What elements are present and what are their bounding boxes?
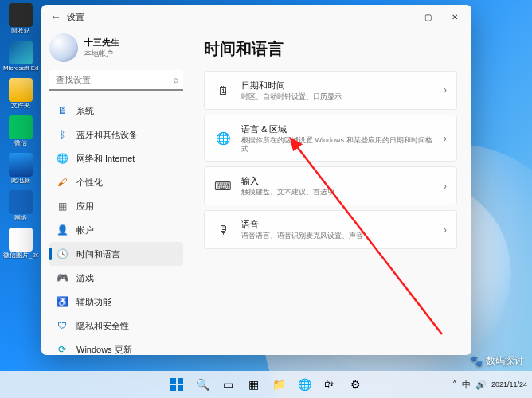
- chevron-right-icon: ›: [444, 133, 447, 144]
- watermark: 🐾数码探讨: [470, 354, 524, 368]
- card-icon: 🌐: [214, 130, 232, 147]
- svg-rect-2: [178, 378, 183, 384]
- card-subtitle: 时区、自动时钟设置、日历显示: [241, 92, 434, 101]
- nav-icon: 🖌: [56, 176, 68, 189]
- chevron-right-icon: ›: [444, 224, 447, 236]
- nav-icon: 🛡: [56, 319, 68, 332]
- nav-label: Windows 更新: [76, 344, 132, 356]
- nav-icon: 🖥: [56, 104, 68, 117]
- start-button[interactable]: [166, 373, 188, 396]
- sidebar: 十三先生 本地帐户 ⌕ 🖥系统ᛒ蓝牙和其他设备🌐网络和 Internet🖌个性化…: [41, 29, 191, 355]
- chevron-right-icon: ›: [444, 181, 447, 192]
- svg-rect-4: [178, 385, 183, 391]
- store-icon[interactable]: 🛍: [319, 373, 341, 396]
- nav-item-7[interactable]: 🎮游戏: [49, 266, 183, 290]
- user-name: 十三先生: [84, 37, 119, 49]
- nav-icon: 🎮: [56, 271, 68, 284]
- window-title: 设置: [67, 11, 84, 23]
- search-input[interactable]: [49, 70, 183, 91]
- volume-icon[interactable]: 🔊: [475, 380, 487, 390]
- nav-list: 🖥系统ᛒ蓝牙和其他设备🌐网络和 Internet🖌个性化▦应用👤帐户🕓时间和语言…: [49, 99, 183, 355]
- nav-item-9[interactable]: 🛡隐私和安全性: [49, 314, 183, 338]
- card-icon: 🗓: [214, 81, 232, 99]
- nav-icon: ᛒ: [56, 128, 68, 141]
- nav-item-5[interactable]: 👤帐户: [49, 218, 183, 242]
- card-icon: 🎙: [214, 221, 232, 239]
- main-panel: 时间和语言 🗓日期和时间时区、自动时钟设置、日历显示›🌐语言 & 区域根据你所在…: [191, 29, 471, 355]
- nav-item-4[interactable]: ▦应用: [49, 194, 183, 218]
- nav-label: 应用: [76, 201, 94, 213]
- widgets-icon[interactable]: ▦: [242, 373, 264, 396]
- nav-icon: 🕓: [56, 248, 68, 260]
- nav-icon: 👤: [56, 224, 68, 236]
- nav-label: 蓝牙和其他设备: [76, 129, 138, 141]
- user-profile[interactable]: 十三先生 本地帐户: [49, 33, 183, 62]
- nav-label: 游戏: [76, 272, 94, 284]
- task-view-icon[interactable]: ▭: [217, 373, 239, 396]
- card-title: 语音: [241, 219, 434, 231]
- desktop-icon-network[interactable]: 网络: [3, 190, 38, 221]
- nav-item-8[interactable]: ♿辅助功能: [49, 290, 183, 314]
- desktop-icons: 回收站 Microsoft Edge 文件夹 微信 此电脑 网络 微信图片_20…: [3, 3, 38, 259]
- desktop-icon-image[interactable]: 微信图片_2021091...: [3, 228, 38, 259]
- nav-item-10[interactable]: ⟳Windows 更新: [49, 338, 183, 355]
- ime-icon[interactable]: 中: [462, 379, 471, 391]
- system-tray[interactable]: ˄ 中 🔊 2021/11/24: [452, 379, 527, 391]
- settings-card-1[interactable]: 🌐语言 & 区域根据你所在的区域设置 Windows 和某些应用的日期和时间格式…: [204, 115, 457, 162]
- card-title: 语言 & 区域: [241, 123, 434, 135]
- taskbar-search-icon[interactable]: 🔍: [191, 373, 213, 396]
- edge-taskbar-icon[interactable]: 🌐: [293, 373, 315, 396]
- settings-card-2[interactable]: ⌨输入触摸键盘、文本建议、首选项›: [204, 166, 457, 205]
- nav-item-2[interactable]: 🌐网络和 Internet: [49, 146, 183, 170]
- nav-label: 网络和 Internet: [76, 153, 135, 165]
- desktop-icon-edge[interactable]: Microsoft Edge: [3, 41, 38, 72]
- card-subtitle: 根据你所在的区域设置 Windows 和某些应用的日期和时间格式: [241, 136, 434, 154]
- card-title: 输入: [241, 175, 434, 187]
- nav-item-6[interactable]: 🕓时间和语言: [49, 242, 183, 266]
- nav-label: 系统: [76, 105, 94, 117]
- maximize-button[interactable]: ▢: [414, 5, 441, 29]
- nav-item-1[interactable]: ᛒ蓝牙和其他设备: [49, 123, 183, 146]
- settings-card-0[interactable]: 🗓日期和时间时区、自动时钟设置、日历显示›: [204, 71, 457, 110]
- desktop-icon-recycle-bin[interactable]: 回收站: [3, 3, 38, 34]
- nav-icon: ▦: [56, 200, 68, 213]
- desktop-icon-wechat[interactable]: 微信: [3, 115, 38, 146]
- avatar: [49, 33, 78, 62]
- settings-taskbar-icon[interactable]: ⚙: [344, 373, 366, 396]
- desktop-icon-this-pc[interactable]: 此电脑: [3, 153, 38, 184]
- nav-item-0[interactable]: 🖥系统: [49, 99, 183, 123]
- close-button[interactable]: ✕: [441, 5, 468, 29]
- minimize-button[interactable]: ―: [387, 5, 414, 29]
- search-icon: ⌕: [173, 74, 178, 85]
- taskbar-date[interactable]: 2021/11/24: [491, 380, 527, 388]
- page-title: 时间和语言: [204, 38, 457, 60]
- nav-label: 辅助功能: [76, 296, 111, 308]
- card-subtitle: 触摸键盘、文本建议、首选项: [241, 188, 434, 197]
- explorer-icon[interactable]: 📁: [268, 373, 290, 396]
- nav-label: 个性化: [76, 177, 103, 189]
- back-button[interactable]: ←: [45, 10, 67, 23]
- nav-icon: ♿: [56, 295, 68, 308]
- tray-chevron-icon[interactable]: ˄: [452, 380, 457, 390]
- nav-label: 帐户: [76, 224, 94, 236]
- settings-card-3[interactable]: 🎙语音语音语言、语音识别麦克风设置、声音›: [204, 210, 457, 249]
- desktop-icon-folder[interactable]: 文件夹: [3, 78, 38, 109]
- taskbar: 🔍 ▭ ▦ 📁 🌐 🛍 ⚙ ˄ 中 🔊 2021/11/24: [0, 371, 532, 398]
- settings-window: ← 设置 ― ▢ ✕ 十三先生 本地帐户 ⌕ 🖥系统ᛒ蓝牙和其他设备🌐网络和 I…: [41, 5, 471, 355]
- nav-label: 时间和语言: [76, 248, 120, 260]
- nav-label: 隐私和安全性: [76, 320, 129, 332]
- chevron-right-icon: ›: [444, 84, 447, 96]
- svg-rect-1: [170, 378, 176, 384]
- nav-icon: 🌐: [56, 152, 68, 165]
- card-icon: ⌨: [214, 178, 232, 195]
- nav-item-3[interactable]: 🖌个性化: [49, 170, 183, 194]
- user-account-type: 本地帐户: [84, 49, 119, 59]
- svg-rect-3: [170, 385, 176, 391]
- card-title: 日期和时间: [241, 80, 434, 92]
- titlebar: ← 设置 ― ▢ ✕: [41, 5, 471, 29]
- card-subtitle: 语音语言、语音识别麦克风设置、声音: [241, 232, 434, 240]
- nav-icon: ⟳: [56, 343, 68, 355]
